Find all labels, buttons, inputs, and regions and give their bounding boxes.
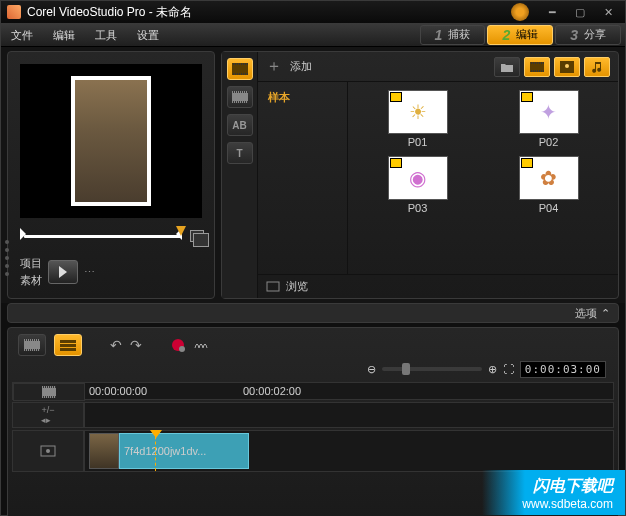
watermark: 闪电下载吧 www.sdbeta.com: [482, 470, 625, 515]
menu-settings[interactable]: 设置: [127, 23, 169, 47]
svg-rect-4: [60, 344, 76, 347]
ruler-tick: 00:00:02:00: [243, 385, 301, 397]
trim-handle-left[interactable]: [20, 228, 26, 240]
film-icon: [232, 91, 248, 103]
zoom-fit-icon[interactable]: ⛶: [503, 363, 514, 375]
close-button[interactable]: ✕: [597, 4, 619, 20]
preview-mode-labels: 项目 素材: [20, 256, 42, 288]
step-share[interactable]: 3分享: [555, 25, 621, 45]
step-label: 捕获: [448, 27, 470, 42]
thumb-label: P04: [539, 202, 559, 214]
ruler-tick: 00:00:00:00: [89, 385, 147, 397]
undo-button[interactable]: ↶: [110, 337, 122, 353]
step-label: 分享: [584, 27, 606, 42]
trim-track: [24, 235, 182, 238]
storyboard-view-button[interactable]: [18, 334, 46, 356]
step-edit[interactable]: 2编辑: [487, 25, 553, 45]
film-icon: [530, 62, 544, 72]
library-panel: AB T ＋ 添加 样本: [221, 51, 619, 299]
track-header[interactable]: +/−◂▸: [12, 402, 84, 428]
playhead[interactable]: [155, 431, 156, 471]
timeline-view-button[interactable]: [54, 334, 82, 356]
gear-icon[interactable]: [511, 3, 529, 21]
media-label[interactable]: 素材: [20, 273, 42, 288]
maximize-button[interactable]: ▢: [569, 4, 591, 20]
folder-button[interactable]: [494, 57, 520, 77]
library-main: ＋ 添加 样本 ☀P01 ✦P02: [258, 52, 618, 298]
zoom-out-icon[interactable]: ⊖: [367, 363, 376, 376]
video-track: 7f4d1200jw1dv...: [12, 430, 614, 472]
tab-title[interactable]: AB: [227, 114, 253, 136]
tab-transitions[interactable]: [227, 86, 253, 108]
thumb-image: ✿: [519, 156, 579, 200]
record-button[interactable]: [170, 337, 186, 353]
svg-rect-3: [60, 340, 76, 343]
menu-file[interactable]: 文件: [1, 23, 43, 47]
preview-panel: 项目 素材 ⋯: [7, 51, 215, 299]
filter-video-button[interactable]: [524, 57, 550, 77]
library-body: 样本 ☀P01 ✦P02 ◉P03 ✿P04: [258, 82, 618, 274]
ruler-header: ☰: [13, 383, 85, 401]
app-icon: [7, 5, 21, 19]
timeline-clip[interactable]: 7f4d1200jw1dv...: [89, 433, 249, 469]
filter-photo-button[interactable]: [554, 57, 580, 77]
timecode-display[interactable]: 0:00:03:00: [520, 361, 606, 378]
copy-icon[interactable]: [190, 230, 204, 242]
more-controls-icon[interactable]: ⋯: [84, 266, 96, 279]
library-footer: 浏览 «: [258, 274, 618, 298]
library-filter-buttons: [494, 57, 610, 77]
thumb-item[interactable]: ☀P01: [356, 90, 479, 148]
gallery-tabs: AB T: [222, 52, 258, 298]
filter-audio-button[interactable]: [584, 57, 610, 77]
clip-bar[interactable]: 7f4d1200jw1dv...: [119, 433, 249, 469]
trim-bar[interactable]: [20, 228, 202, 246]
slate-icon: [521, 92, 533, 102]
project-label[interactable]: 项目: [20, 256, 42, 271]
music-icon: [591, 61, 603, 73]
preview-screen[interactable]: [20, 64, 202, 218]
track-lane[interactable]: [84, 402, 614, 428]
menu-icon[interactable]: ☰: [44, 386, 54, 399]
clip-thumbnail: [89, 433, 119, 469]
track-lane[interactable]: 7f4d1200jw1dv...: [84, 430, 614, 472]
thumb-item[interactable]: ✿P04: [487, 156, 610, 214]
track-header[interactable]: [12, 430, 84, 472]
plus-icon[interactable]: ＋: [266, 56, 282, 77]
library-header: ＋ 添加: [258, 52, 618, 82]
thumb-label: P01: [408, 136, 428, 148]
tree-item-sample[interactable]: 样本: [264, 88, 341, 107]
tab-media[interactable]: [227, 58, 253, 80]
menubar: 文件 编辑 工具 设置 1捕获 2编辑 3分享: [1, 23, 625, 47]
options-label: 选项: [575, 306, 597, 321]
add-label[interactable]: 添加: [290, 59, 312, 74]
time-ruler[interactable]: 00:00:00:00 00:00:02:00 ☰: [12, 382, 614, 400]
svg-point-1: [565, 64, 569, 68]
browse-label[interactable]: 浏览: [286, 279, 308, 294]
slate-icon: [390, 158, 402, 168]
zoom-in-icon[interactable]: ⊕: [488, 363, 497, 376]
audio-mixer-button[interactable]: [194, 338, 210, 352]
workflow-steps: 1捕获 2编辑 3分享: [169, 25, 625, 45]
play-button[interactable]: [48, 260, 78, 284]
slate-icon: [521, 158, 533, 168]
timeline-toolbar: ↶ ↷: [12, 332, 614, 358]
thumb-label: P03: [408, 202, 428, 214]
svg-rect-2: [267, 282, 279, 291]
step-capture[interactable]: 1捕获: [420, 25, 486, 45]
panel-handle[interactable]: [5, 238, 11, 278]
options-bar[interactable]: 选项 ⌃: [7, 303, 619, 323]
timeline-zoom: ⊖ ⊕ ⛶ 0:00:03:00: [12, 358, 614, 380]
cut-marker-icon[interactable]: [176, 226, 186, 236]
menu-tools[interactable]: 工具: [85, 23, 127, 47]
tab-text[interactable]: T: [227, 142, 253, 164]
redo-button[interactable]: ↷: [130, 337, 142, 353]
chevron-up-icon: ⌃: [601, 307, 610, 320]
thumb-item[interactable]: ✦P02: [487, 90, 610, 148]
thumb-item[interactable]: ◉P03: [356, 156, 479, 214]
svg-rect-5: [60, 348, 76, 351]
titlebar[interactable]: Corel VideoStudio Pro - 未命名 ━ ▢ ✕: [1, 1, 625, 23]
menu-edit[interactable]: 编辑: [43, 23, 85, 47]
minimize-button[interactable]: ━: [541, 4, 563, 20]
zoom-slider[interactable]: [382, 367, 482, 371]
screen-icon: [266, 281, 280, 293]
